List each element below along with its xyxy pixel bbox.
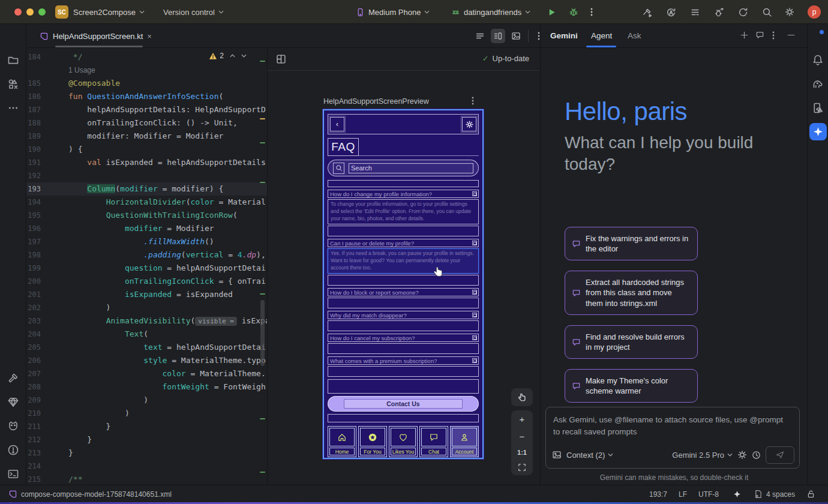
settings-icon[interactable] [785,0,794,24]
code-line[interactable]: 211 } [26,420,267,433]
profiler-icon[interactable] [714,0,724,24]
faq-expand-icon[interactable] [472,290,477,295]
code-line[interactable]: 204 Text( [26,328,267,341]
terminal-icon[interactable] [7,468,19,480]
context-selector[interactable]: Context (2) [566,451,613,460]
gemini-input-box[interactable]: Ask Gemini, use @filename to attach sour… [545,407,800,469]
project-selector[interactable]: Screen2Compose [73,0,145,24]
faq-answer[interactable]: To change your profile information, go t… [328,199,479,224]
pan-tool-button[interactable] [511,388,533,406]
line-ending[interactable]: LF [679,485,687,503]
status-file[interactable]: compose-compose-model-1758748140651.xml [8,485,172,503]
build-icon[interactable] [642,0,652,24]
phone-nav-home[interactable]: Home [328,426,356,457]
split-view-button[interactable] [491,29,505,43]
faq-question[interactable]: Why did my match disappear? [328,311,479,319]
model-selector[interactable]: Gemini 2.5 Pro [672,451,733,460]
gemini-tool-button[interactable] [809,123,827,140]
faq-expand-icon[interactable] [472,358,477,363]
hide-panel-icon[interactable] [787,31,796,40]
more-actions-menu[interactable] [590,0,593,24]
run-button[interactable] [547,0,556,24]
tab-scrollbar[interactable] [55,46,143,47]
device-manager-icon[interactable] [812,102,824,114]
phone-back-button[interactable]: ‹ [330,117,344,131]
lock-icon[interactable] [806,485,815,503]
gradle-icon[interactable] [812,78,824,90]
gemini-settings-icon[interactable] [737,450,747,460]
send-button[interactable] [766,446,794,464]
code-line[interactable]: 198 .padding(vertical = 4.dp), [26,248,267,262]
code-line[interactable]: 197 .fillMaxWidth() [26,235,267,248]
tab-ask[interactable]: Ask [628,31,641,40]
window-close-button[interactable] [14,8,22,16]
preview-options-menu[interactable] [472,96,474,106]
more-tools-icon[interactable] [7,102,19,114]
build-tool-icon[interactable] [7,372,19,384]
code-line[interactable]: 190) { [26,143,267,156]
faq-expand-icon[interactable] [472,191,477,196]
phone-nav-for-you[interactable]: For You [358,426,387,457]
code-line[interactable]: 205 text = helpAndSupportDetai [26,341,267,354]
code-line[interactable]: 209 ) [26,394,267,407]
prompt-history-icon[interactable] [752,451,761,460]
problems-icon[interactable] [7,444,19,456]
zoom-out-button[interactable]: − [520,431,525,442]
code-line[interactable]: 188 onTrailingIconClick: () -> Unit, [26,116,267,130]
code-line[interactable]: 210 ) [26,407,267,420]
window-minimize-button[interactable] [26,8,34,16]
search-icon[interactable] [762,0,772,24]
faq-question[interactable]: How do I cancel my subscription? [328,334,479,342]
zoom-actual-size-button[interactable]: 1:1 [517,449,527,456]
device-selector[interactable]: Medium Phone [356,0,430,24]
suggestion-card[interactable]: Make my Theme's color scheme warmer [565,369,698,403]
code-line[interactable]: 207 color = MaterialTheme. [26,367,267,380]
debug-button[interactable] [569,0,578,24]
phone-search-bar[interactable]: Search [328,160,479,176]
preview-name-label[interactable]: HelpAndSupportScreenPreview [323,97,429,106]
editor-scrollbar[interactable] [260,300,265,366]
indent-setting[interactable]: 4 spaces [754,485,795,503]
suggestion-card[interactable]: Extract all hardcoded strings from this … [565,271,698,314]
code-line[interactable]: 201 isExpanded = isExpanded [26,288,267,301]
code-assist-icon[interactable] [666,0,676,24]
logcat-icon[interactable] [7,420,19,432]
phone-contact-button[interactable]: Contact Us [328,396,479,412]
phone-nav-likes-you[interactable]: Likes You [389,426,418,457]
faq-question[interactable]: How do I block or report someone? [328,288,479,296]
window-zoom-button[interactable] [38,8,46,16]
faq-answer[interactable]: Yes. If you need a break, you can pause … [328,248,479,274]
next-problem-icon[interactable] [241,54,247,58]
code-line[interactable]: 194 HorizontalDivider(color = Material [26,196,267,209]
tab-agent[interactable]: Agent [591,31,612,40]
ui-check-icon[interactable] [276,54,286,64]
code-line[interactable]: 195 QuestionWithTrailingIconRow( [26,209,267,222]
code-line[interactable]: 192 [26,169,267,182]
code-line[interactable]: 191 val isExpanded = helpAndSupportDetai… [26,156,267,169]
zoom-in-button[interactable]: + [520,414,525,424]
code-editor[interactable]: 184 */1 Usage185@Composable186fun Questi… [26,48,267,485]
phone-settings-button[interactable] [462,117,476,131]
code-line[interactable]: 212 } [26,433,267,446]
code-line[interactable]: 215/** [26,473,267,485]
inspection-widget[interactable]: 2 [209,52,247,60]
resource-manager-icon[interactable] [7,78,19,90]
run-config-selector[interactable]: datingandfriends [451,0,530,24]
close-tab-icon[interactable]: × [147,32,152,41]
code-line[interactable]: 185@Composable [26,77,267,90]
sync-icon[interactable] [738,0,748,24]
code-line[interactable]: 199 question = helpAndSupportDetai [26,262,267,275]
project-tool-icon[interactable] [7,54,19,66]
todo-list-icon[interactable] [690,0,700,24]
ai-status-icon[interactable] [733,485,741,503]
suggestion-card[interactable]: Find and resolve build errors in my proj… [565,325,698,359]
zoom-to-fit-button[interactable] [518,463,526,472]
faq-expand-icon[interactable] [472,241,477,245]
new-chat-icon[interactable] [740,31,749,40]
code-line[interactable]: 193 Column(modifier = modifier) { [26,182,267,196]
code-line[interactable]: 187 helpAndSupportDetails: HelpAndSuppor… [26,103,267,116]
code-line[interactable]: 200 onTrailingIconClick = { onTrai [26,275,267,288]
code-line[interactable]: 202 ) [26,301,267,314]
code-line[interactable]: 203 AnimatedVisibility(visible = isExpan [26,314,267,328]
vcs-menu[interactable]: Version control [163,0,224,24]
